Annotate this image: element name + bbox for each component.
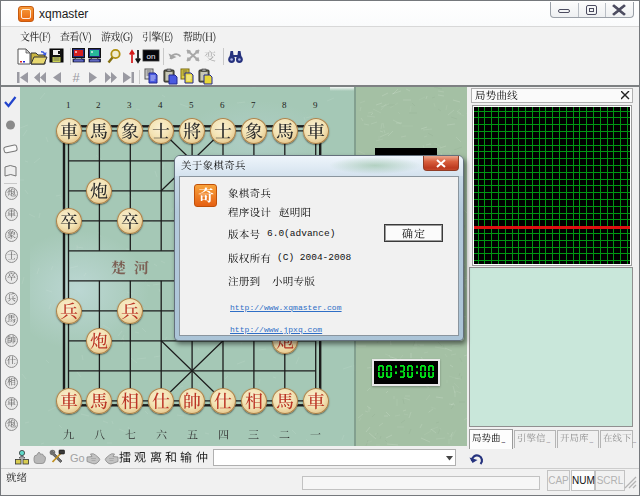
svg-text:Go: Go bbox=[70, 452, 85, 464]
